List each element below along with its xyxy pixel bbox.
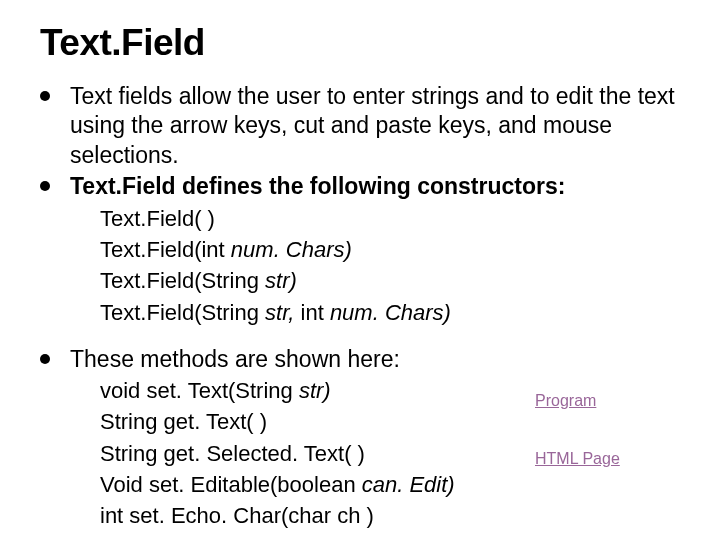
bullet-text: Text.Field defines the following constru… [70, 172, 680, 201]
method-line: String get. Text( ) [100, 407, 680, 436]
method-text: void set. Text(String [100, 378, 299, 403]
html-page-link[interactable]: HTML Page [535, 450, 620, 468]
method-line: Void set. Editable(boolean can. Edit) [100, 470, 680, 499]
method-param: can. Edit) [362, 472, 455, 497]
ctor-param: num. Chars) [330, 300, 451, 325]
constructor-line: Text.Field(String str, int num. Chars) [100, 298, 680, 327]
method-param: str) [299, 378, 331, 403]
bullet-intro: Text fields allow the user to enter stri… [40, 82, 680, 170]
ctor-text: int [301, 300, 330, 325]
bullet-icon [40, 354, 50, 364]
bullet-constructors: Text.Field defines the following constru… [40, 172, 680, 201]
ctor-text: Text.Field(int [100, 237, 231, 262]
ctor-param: num. Chars) [231, 237, 352, 262]
ctor-text: Text.Field(String [100, 268, 265, 293]
bullet-text: These methods are shown here: [70, 345, 680, 374]
constructor-line: Text.Field(int num. Chars) [100, 235, 680, 264]
bullet-text: Text fields allow the user to enter stri… [70, 82, 680, 170]
ctor-param: str) [265, 268, 297, 293]
slide: Text.Field Text fields allow the user to… [0, 0, 720, 540]
method-line: int set. Echo. Char(char ch ) [100, 501, 680, 530]
bullet-icon [40, 91, 50, 101]
ctor-param: str, [265, 300, 300, 325]
spacer [40, 329, 680, 345]
constructor-line: Text.Field(String str) [100, 266, 680, 295]
bullet-icon [40, 181, 50, 191]
constructor-line: Text.Field( ) [100, 204, 680, 233]
program-link[interactable]: Program [535, 392, 596, 410]
method-text: Void set. Editable(boolean [100, 472, 362, 497]
ctor-text: Text.Field(String [100, 300, 265, 325]
page-title: Text.Field [40, 22, 680, 64]
bullet-methods: These methods are shown here: [40, 345, 680, 374]
